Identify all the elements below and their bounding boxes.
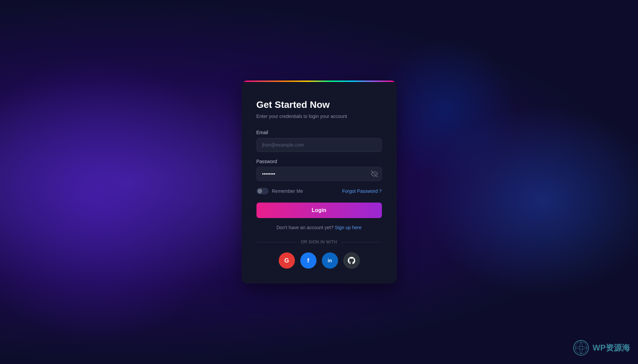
email-group: Email (256, 130, 382, 152)
login-card: Get Started Now Enter your credentials t… (242, 81, 397, 283)
signup-prompt-text: Don't have an account yet? (276, 225, 333, 230)
login-button[interactable]: Login (256, 203, 382, 218)
divider-text: OR SIGN IN WITH (301, 240, 337, 244)
password-group: Password (256, 159, 382, 181)
signup-link[interactable]: Sign up here (335, 225, 361, 230)
divider-line-right (341, 242, 382, 242)
rainbow-bar (242, 81, 397, 82)
social-icons-row: G f in (256, 252, 382, 269)
github-icon (348, 257, 355, 264)
remember-row: Remember Me Forgot Password ? (256, 188, 382, 194)
forgot-password-link[interactable]: Forgot Password ? (342, 188, 382, 194)
linkedin-icon: in (328, 258, 332, 263)
remember-label: Remember Me (272, 188, 303, 194)
remember-left: Remember Me (256, 188, 303, 194)
google-signin-button[interactable]: G (279, 252, 295, 269)
remember-toggle[interactable] (256, 188, 269, 194)
password-toggle-button[interactable] (371, 171, 378, 177)
email-input[interactable] (256, 138, 382, 152)
svg-point-1 (574, 340, 588, 355)
password-wrapper (256, 167, 382, 181)
wordpress-logo (573, 340, 589, 356)
facebook-icon: f (307, 257, 309, 264)
svg-point-2 (575, 342, 587, 354)
password-label: Password (256, 159, 382, 164)
facebook-signin-button[interactable]: f (300, 252, 316, 269)
watermark: WP资源海 (573, 340, 630, 356)
toggle-slider (256, 188, 269, 194)
email-label: Email (256, 130, 382, 135)
password-input[interactable] (256, 167, 382, 181)
linkedin-signin-button[interactable]: in (322, 252, 338, 269)
google-icon: G (284, 257, 289, 264)
signup-prompt: Don't have an account yet? Sign up here (256, 225, 382, 230)
github-signin-button[interactable] (343, 252, 360, 269)
divider: OR SIGN IN WITH (256, 240, 382, 244)
divider-line-left (256, 242, 297, 242)
watermark-text: WP资源海 (593, 342, 630, 353)
eye-off-icon (371, 171, 378, 177)
page-subtitle: Enter your credentials to login your acc… (256, 114, 382, 119)
page-title: Get Started Now (256, 99, 382, 110)
